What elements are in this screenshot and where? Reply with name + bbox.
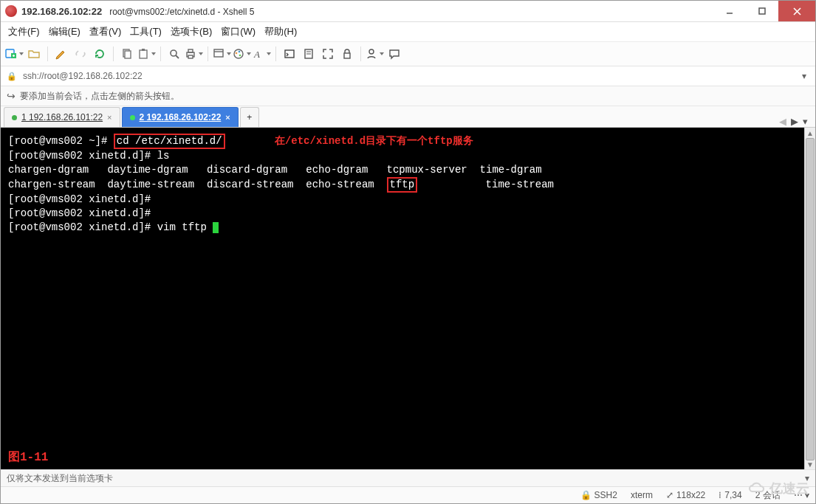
properties-button[interactable]	[213, 45, 231, 63]
tab-next-icon[interactable]: ▶	[791, 116, 798, 127]
svg-point-29	[369, 49, 374, 54]
tab-session-1[interactable]: 1 192.168.26.101:22 ×	[4, 107, 120, 127]
address-bar[interactable]: 🔒 ssh://root@192.168.26.102:22 ▾	[1, 66, 815, 86]
scroll-thumb[interactable]	[806, 138, 815, 460]
prompt: [root@vms002 ~]#	[8, 135, 114, 147]
term-line: [root@vms002 xinetd.d]# vim tftp	[8, 221, 213, 233]
address-dropdown-icon[interactable]: ▾	[802, 71, 809, 81]
arrow-icon[interactable]: ↪	[7, 90, 16, 102]
status-text: 7,34	[724, 490, 741, 500]
terminal[interactable]: [root@vms002 ~]# cd /etc/xinetd.d/ 在/etc…	[1, 128, 805, 469]
figure-label: 图1-11	[8, 451, 48, 465]
lock-button[interactable]	[338, 45, 356, 63]
svg-point-21	[239, 51, 241, 53]
svg-text:A: A	[253, 49, 260, 60]
minimize-button[interactable]	[713, 1, 746, 21]
compose-button[interactable]	[52, 45, 70, 63]
tab-close-icon[interactable]: ×	[225, 113, 230, 122]
status-dot-icon	[130, 115, 135, 120]
tab-nav: ◀ ▶ ▾	[779, 116, 812, 127]
ls-c: time-dgram	[480, 164, 542, 176]
tabs-row: 1 192.168.26.101:22 × 2 192.168.26.102:2…	[1, 106, 815, 128]
scroll-down-icon[interactable]: ▼	[805, 459, 815, 469]
color-scheme-button[interactable]	[233, 45, 251, 63]
annotation-text: 在/etc/xinetd.d目录下有一个tftp服务	[275, 135, 473, 147]
user-button[interactable]	[366, 45, 384, 63]
fullscreen-button[interactable]	[319, 45, 337, 63]
menu-tools[interactable]: 工具(T)	[130, 25, 162, 38]
send-to-dropdown-icon[interactable]: ▾	[805, 473, 809, 483]
title-address: 192.168.26.102:22	[21, 6, 102, 17]
status-size: ⤢118x22	[666, 490, 705, 500]
menu-window[interactable]: 窗口(W)	[221, 25, 256, 38]
svg-line-13	[176, 55, 179, 58]
lock-icon: 🔒	[7, 72, 17, 81]
send-to-bar[interactable]: 仅将文本发送到当前选项卡 ▾	[1, 469, 815, 486]
maximize-button[interactable]	[746, 1, 778, 21]
highlighted-file: tftp	[387, 177, 418, 193]
window-title: 192.168.26.102:22 root@vms002:/etc/xinet…	[21, 6, 254, 17]
status-ssh: 🔒SSH2	[580, 490, 617, 500]
ls-c: discard-dgram	[207, 164, 287, 176]
reconnect-button[interactable]	[91, 45, 109, 63]
term-line: [root@vms002 xinetd.d]# ls	[8, 150, 169, 162]
menu-help[interactable]: 帮助(H)	[264, 25, 297, 38]
terminal-button[interactable]	[281, 45, 298, 63]
paste-button[interactable]	[137, 45, 156, 63]
status-menu[interactable]: ⋯ ▾	[794, 490, 809, 500]
tab-add-button[interactable]: +	[240, 107, 259, 127]
svg-rect-9	[125, 51, 131, 58]
svg-point-19	[234, 49, 243, 58]
status-bar: 🔒SSH2 xterm ⤢118x22 ⁞7,34 2 会话 ⋯ ▾	[1, 486, 815, 503]
menu-edit[interactable]: 编辑(E)	[49, 25, 80, 38]
tab-list-icon[interactable]: ▾	[803, 116, 808, 127]
tab-close-icon[interactable]: ×	[107, 113, 112, 122]
separator	[47, 46, 48, 61]
status-text: SSH2	[594, 490, 617, 500]
open-button[interactable]	[25, 45, 43, 63]
ls-c: discard-stream	[207, 179, 294, 190]
ls-c: chargen-dgram	[8, 164, 89, 176]
link-button[interactable]	[72, 45, 89, 63]
status-sessions: 2 会话	[755, 489, 781, 502]
close-button[interactable]	[778, 1, 815, 21]
font-button[interactable]: A	[253, 45, 271, 63]
print-button[interactable]	[185, 45, 203, 63]
status-text: 2 会话	[755, 489, 781, 502]
app-window: 192.168.26.102:22 root@vms002:/etc/xinet…	[0, 0, 816, 504]
separator	[160, 46, 161, 61]
window-controls	[713, 1, 815, 21]
svg-rect-24	[285, 50, 294, 58]
svg-point-22	[239, 55, 241, 57]
script-button[interactable]	[300, 45, 318, 63]
titlebar: 192.168.26.102:22 root@vms002:/etc/xinet…	[1, 1, 815, 22]
terminal-area: [root@vms002 ~]# cd /etc/xinetd.d/ 在/etc…	[1, 128, 815, 469]
ls-c: daytime-stream	[107, 179, 194, 190]
copy-button[interactable]	[118, 45, 136, 63]
terminal-cursor	[213, 222, 219, 233]
ls-c: tcpmux-server	[387, 164, 467, 176]
status-text: xterm	[631, 490, 653, 500]
svg-rect-16	[188, 55, 193, 58]
menu-tabs[interactable]: 选项卡(B)	[171, 25, 212, 38]
menu-view[interactable]: 查看(V)	[89, 25, 121, 38]
menu-file[interactable]: 文件(F)	[8, 25, 40, 38]
new-session-button[interactable]	[5, 45, 24, 63]
menubar: 文件(F) 编辑(E) 查看(V) 工具(T) 选项卡(B) 窗口(W) 帮助(…	[1, 22, 815, 42]
terminal-scrollbar[interactable]: ▲ ▼	[804, 128, 815, 469]
find-button[interactable]	[165, 45, 183, 63]
status-term: xterm	[631, 490, 653, 500]
svg-rect-10	[140, 50, 147, 58]
chat-button[interactable]	[385, 45, 403, 63]
lock-icon: 🔒	[580, 490, 592, 500]
tab-label: 1 192.168.26.101:22	[21, 112, 103, 122]
tab-session-2[interactable]: 2 192.168.26.102:22 ×	[122, 107, 239, 127]
svg-rect-1	[759, 8, 765, 14]
scroll-track[interactable]	[805, 138, 815, 459]
tab-prev-icon[interactable]: ◀	[779, 116, 786, 127]
cursor-pos-icon: ⁞	[719, 490, 721, 500]
svg-rect-15	[188, 49, 193, 52]
send-to-text: 仅将文本发送到当前选项卡	[7, 472, 113, 485]
scroll-up-icon[interactable]: ▲	[805, 128, 815, 138]
ls-c: chargen-stream	[8, 179, 95, 190]
